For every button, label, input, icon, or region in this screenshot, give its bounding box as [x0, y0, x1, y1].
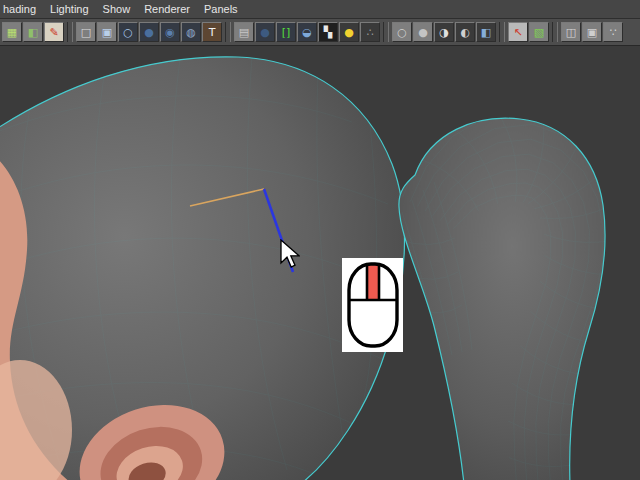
film-gate-icon: □: [81, 27, 91, 38]
headlight-button[interactable]: ○: [392, 22, 412, 42]
mouse-indicator-overlay: [342, 258, 403, 352]
light-links-icon: ∴: [367, 27, 374, 38]
use-all-lights-icon: ●: [260, 27, 270, 38]
headlight-icon: ○: [397, 27, 407, 38]
grid-display-icon: ▦: [7, 27, 17, 38]
marquee-zoom-icon: ▧: [534, 27, 544, 38]
shadows-button[interactable]: ◑: [434, 22, 454, 42]
isolate-select-button[interactable]: []: [276, 22, 296, 42]
toolbar-separator: [383, 22, 389, 42]
viewport-panel[interactable]: [0, 46, 640, 480]
gamma-button[interactable]: ◧: [476, 22, 496, 42]
panel-menu-bar: hading Lighting Show Renderer Panels: [0, 0, 640, 19]
bounding-box-button[interactable]: ◍: [181, 22, 201, 42]
mouse-icon: [342, 258, 403, 352]
cube-display-button[interactable]: ◫: [561, 22, 581, 42]
toolbar-separator: [67, 22, 73, 42]
toolbar-separator: [225, 22, 231, 42]
scene-lights-button[interactable]: ●: [413, 22, 433, 42]
cube-solid-icon: ▣: [587, 27, 597, 38]
menu-panels[interactable]: Panels: [197, 0, 245, 18]
flat-shade-button[interactable]: ◉: [160, 22, 180, 42]
textured-display-icon: T: [209, 27, 216, 38]
marquee-zoom-button[interactable]: ▧: [529, 22, 549, 42]
select-tool-icon: ↖: [513, 27, 522, 38]
default-material-button[interactable]: ▤: [234, 22, 254, 42]
viewport-canvas[interactable]: [0, 46, 640, 480]
xray-display-icon: ◒: [302, 27, 312, 38]
panel-toolbar: ▦◧✎□▣○●◉◍T▤●[]◒▚●∴○●◑◐◧↖▧◫▣∵: [0, 19, 640, 46]
select-tool-button[interactable]: ↖: [508, 22, 528, 42]
smooth-shade-icon: ●: [144, 27, 154, 38]
isolate-select-icon: []: [282, 27, 291, 38]
wireframe-display-button[interactable]: ○: [118, 22, 138, 42]
use-all-lights-button[interactable]: ●: [255, 22, 275, 42]
menu-show[interactable]: Show: [96, 0, 138, 18]
xray-display-button[interactable]: ◒: [297, 22, 317, 42]
hypergraph-button[interactable]: ∵: [603, 22, 623, 42]
flat-shade-icon: ◉: [165, 27, 175, 38]
menu-renderer[interactable]: Renderer: [137, 0, 197, 18]
occlusion-button[interactable]: ◐: [455, 22, 475, 42]
checker-material-button[interactable]: ▚: [318, 22, 338, 42]
occlusion-icon: ◐: [460, 27, 470, 38]
grease-pencil-icon: ✎: [49, 27, 58, 38]
resolution-gate-icon: ▣: [102, 27, 112, 38]
light-on-icon: ●: [344, 27, 354, 38]
arrow-cursor-icon: [278, 239, 300, 271]
light-on-button[interactable]: ●: [339, 22, 359, 42]
smooth-shade-button[interactable]: ●: [139, 22, 159, 42]
scene-lights-icon: ●: [418, 27, 428, 38]
textured-display-button[interactable]: T: [202, 22, 222, 42]
snap-live-button[interactable]: ◧: [23, 22, 43, 42]
grid-display-button[interactable]: ▦: [2, 22, 22, 42]
default-material-icon: ▤: [239, 27, 249, 38]
bounding-box-icon: ◍: [186, 27, 196, 38]
light-links-button[interactable]: ∴: [360, 22, 380, 42]
wireframe-display-icon: ○: [123, 27, 133, 38]
gamma-icon: ◧: [481, 27, 491, 38]
toolbar-separator: [499, 22, 505, 42]
menu-shading[interactable]: hading: [0, 0, 43, 18]
hypergraph-icon: ∵: [610, 27, 617, 38]
resolution-gate-button[interactable]: ▣: [97, 22, 117, 42]
cube-solid-button[interactable]: ▣: [582, 22, 602, 42]
arrow-cursor-shape: [281, 240, 299, 267]
toolbar-separator: [552, 22, 558, 42]
cursor-overlay: [278, 239, 300, 271]
checker-material-icon: ▚: [324, 27, 332, 38]
mouse-middle-button-highlight: [367, 261, 379, 300]
film-gate-button[interactable]: □: [76, 22, 96, 42]
menu-lighting[interactable]: Lighting: [43, 0, 96, 18]
shadows-icon: ◑: [439, 27, 449, 38]
cube-display-icon: ◫: [566, 27, 576, 38]
grease-pencil-button[interactable]: ✎: [44, 22, 64, 42]
snap-live-icon: ◧: [28, 27, 38, 38]
